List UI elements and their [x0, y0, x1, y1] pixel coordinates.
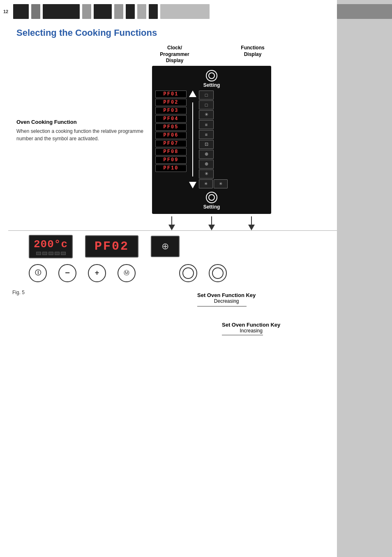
bar-3 — [43, 4, 80, 19]
icon-4: ≡ — [199, 120, 214, 129]
bar-7 — [126, 4, 135, 19]
bar-5 — [94, 4, 112, 19]
prog-row-7: PF07 — [155, 140, 187, 147]
program-list: PF01 PF02 PF03 PF04 PF05 — [155, 91, 187, 188]
top-setting-label: Setting — [203, 82, 220, 88]
temp-indicators — [34, 252, 68, 255]
mode-button[interactable]: Ⓜ — [118, 264, 136, 282]
bar-10 — [160, 4, 210, 19]
prog-row-6: PF06 — [155, 132, 187, 139]
bar-8 — [137, 4, 146, 19]
prog-code-7: PF07 — [155, 140, 187, 147]
icon-10-group: ✳ ✳ — [199, 179, 228, 188]
bar-1 — [13, 4, 29, 19]
controls-row: Ⓘ − + Ⓜ — [8, 261, 384, 285]
prog-code-9: PF09 — [155, 156, 187, 164]
key-increasing-label: Set Oven Function Key Increasing — [222, 322, 280, 334]
prog-code-10: PF10 — [155, 165, 187, 172]
down-arrow-right — [248, 216, 255, 230]
prog-code-6: PF06 — [155, 132, 187, 139]
bar-4 — [82, 4, 91, 19]
top-knob — [206, 70, 217, 81]
icon-8: ⊕ — [199, 160, 214, 169]
knob-1[interactable] — [179, 264, 197, 282]
key-decreasing-title: Set Oven Function Key — [197, 292, 256, 298]
prog-row-9: PF09 — [155, 156, 187, 164]
arrow-up-indicator — [189, 91, 196, 97]
oven-diagram-box: Setting PF01 PF02 PF03 — [152, 66, 271, 214]
minus-button[interactable]: − — [58, 264, 76, 282]
down-arrow-center — [208, 216, 215, 230]
line-decreasing — [197, 306, 247, 306]
bottom-display-row: 200°c PF02 ⊕ — [8, 235, 384, 258]
prog-row-10: PF10 — [155, 165, 187, 172]
icon-10a: ✳ — [199, 179, 213, 188]
fig-label: Fig. 5 — [12, 290, 25, 295]
prog-display-large: PF02 — [85, 235, 138, 258]
arrow-column — [189, 91, 196, 188]
func-icon-large: ⊕ — [151, 236, 180, 257]
icon-2: □ — [199, 100, 214, 109]
icon-6: ⊡ — [199, 140, 214, 149]
key-decreasing-label: Set Oven Function Key Decreasing — [197, 292, 256, 304]
down-arrow-left — [168, 216, 175, 230]
icon-column: □ □ ✳ ≡ ≡ ⊡ ⊕ ⊕ ✳ ✳ ✳ — [199, 91, 228, 188]
prog-code-4: PF04 — [155, 115, 187, 123]
power-button[interactable]: Ⓘ — [29, 264, 47, 282]
icon-1: □ — [199, 91, 214, 100]
icon-10b: ✳ — [214, 179, 228, 188]
vertical-line — [192, 102, 193, 176]
icon-3: ✳ — [199, 110, 214, 119]
prog-code-5: PF05 — [155, 123, 187, 131]
prog-code-3: PF03 — [155, 107, 187, 114]
bar-9 — [149, 4, 158, 19]
bar-right — [337, 4, 392, 19]
line-increasing — [222, 335, 263, 335]
key-increasing-sub: Increasing — [222, 328, 280, 334]
diagram-container: Clock/ProgrammerDisplay FunctionsDisplay… — [152, 45, 271, 230]
prog-row-8: PF08 — [155, 148, 187, 155]
bottom-labels-area: Fig. 5 Set Oven Function Key Decreasing … — [0, 285, 392, 368]
icon-9: ✳ — [199, 169, 214, 179]
key-increasing-title: Set Oven Function Key — [222, 322, 280, 328]
oven-function-desc: When selection a cooking function the re… — [16, 128, 144, 142]
icon-5: ≡ — [199, 130, 214, 139]
prog-code-2: PF02 — [155, 99, 187, 106]
knob-2[interactable] — [209, 264, 227, 282]
temp-display-box: 200°c — [29, 235, 73, 258]
icon-7: ⊕ — [199, 150, 214, 159]
bottom-knob — [206, 192, 217, 203]
bar-6 — [114, 4, 123, 19]
left-text-area: Oven Cooking Function When selection a c… — [12, 45, 144, 230]
oven-function-title: Oven Cooking Function — [16, 119, 144, 125]
prog-row-5: PF05 — [155, 123, 187, 131]
arrow-down-indicator — [189, 182, 196, 188]
prog-row-4: PF04 — [155, 115, 187, 123]
prog-row-3: PF03 — [155, 107, 187, 114]
label-functions: FunctionsDisplay — [234, 45, 271, 64]
temp-value: 200°c — [34, 238, 68, 251]
top-bar: 12 — [0, 0, 392, 23]
section-title: Selecting the Cooking Functions — [16, 28, 376, 38]
prog-code-1: PF01 — [155, 91, 187, 98]
prog-code-8: PF08 — [155, 148, 187, 155]
bottom-setting-label: Setting — [203, 204, 220, 210]
prog-row-2: PF02 — [155, 99, 187, 106]
page: 12 Selecting the Cooking Functions Oven … — [0, 0, 392, 557]
bottom-section: 200°c PF02 ⊕ Ⓘ − + Ⓜ — [8, 230, 384, 285]
label-clock: Clock/ProgrammerDisplay — [152, 45, 197, 64]
page-number: 12 — [3, 9, 11, 14]
prog-row-1: PF01 — [155, 91, 187, 98]
bar-2 — [31, 4, 40, 19]
key-decreasing-sub: Decreasing — [197, 298, 256, 304]
down-arrows-row — [152, 216, 271, 230]
plus-button[interactable]: + — [88, 264, 106, 282]
